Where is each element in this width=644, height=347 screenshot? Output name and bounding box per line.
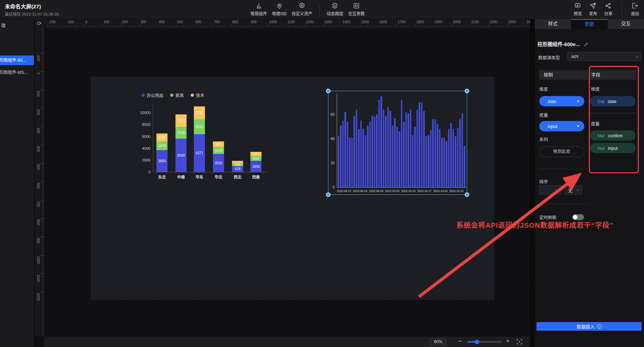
- divider: [539, 204, 588, 204]
- ruler-label: 2300: [508, 20, 516, 24]
- canvas-bottom-bar: 60% − +: [44, 336, 530, 347]
- fit-to-screen-icon[interactable]: [516, 338, 523, 345]
- zoom-out-button[interactable]: −: [458, 338, 462, 345]
- bar-value-label: 927: [216, 142, 222, 146]
- exit-icon: [631, 2, 638, 9]
- series-drop-zone[interactable]: 拖到此处: [539, 146, 584, 157]
- field-pill-measure[interactable]: Nurinput: [590, 143, 636, 153]
- resize-handle-bottom-left[interactable]: [326, 192, 330, 197]
- y-axis-tick-label: 0: [148, 170, 151, 174]
- bar: [464, 146, 465, 187]
- bar: [403, 122, 404, 187]
- tab-style[interactable]: 样式: [535, 19, 571, 29]
- draw-section-header: 绘制: [539, 70, 588, 80]
- ruler-tick: [489, 24, 489, 28]
- bar: [396, 127, 398, 187]
- selected-bar-chart-component[interactable]: 0204060 2022-09-122022-09-192022-09-2620…: [328, 91, 467, 195]
- bar: [371, 116, 373, 188]
- bar-value-label: 1479: [158, 144, 166, 148]
- share-button[interactable]: 分享: [604, 2, 612, 16]
- resize-handle-top-right[interactable]: [465, 89, 469, 93]
- layer-item-bar-chart-2[interactable]: 形图组件-bf3...: [0, 68, 34, 77]
- datasource-type-select[interactable]: API: [567, 52, 642, 61]
- field-type-tag: Nur: [598, 133, 605, 138]
- resize-handle-bottom-right[interactable]: [465, 192, 469, 197]
- config-panel: 样式 数据 交互 柱形图组件-600e... 数据源类型 API 绘制 维度 d…: [535, 19, 644, 347]
- bar: [453, 129, 454, 187]
- preview-button[interactable]: 预览: [574, 2, 582, 16]
- data-access-button[interactable]: 数据接入 ‹: [536, 322, 642, 331]
- ruler-tick: [525, 24, 526, 28]
- ruler-tick: [231, 24, 232, 28]
- bar: [428, 135, 429, 188]
- component-title: 柱形图组件-600e...: [538, 40, 589, 47]
- bar: [349, 138, 350, 188]
- x-axis-tick-label: 2022-09-12: [337, 189, 351, 193]
- page-title: 未命名大屏(27): [5, 2, 59, 10]
- bar: [444, 138, 445, 188]
- bar: [344, 112, 346, 187]
- ruler-label: 2200: [490, 20, 497, 24]
- tab-interaction[interactable]: 交互: [608, 19, 644, 29]
- ruler-tick: [397, 24, 397, 28]
- legend-label: 家具: [175, 92, 184, 98]
- tab-data[interactable]: 数据: [571, 19, 608, 29]
- zoom-slider[interactable]: [467, 341, 502, 342]
- edit-pencil-icon[interactable]: [584, 42, 589, 46]
- layer-item-bar-chart-1[interactable]: 形图组件-60...: [0, 55, 34, 65]
- bar-value-label: 3020: [215, 161, 222, 165]
- auto-refresh-toggle[interactable]: [572, 214, 584, 220]
- zoom-in-button[interactable]: +: [506, 338, 510, 345]
- bar: [376, 114, 377, 187]
- ruler-label: 1800: [416, 20, 424, 24]
- draw-measure-label: 度量: [539, 112, 548, 118]
- tool-label: 交互参数: [348, 10, 365, 16]
- sort-order-select[interactable]: 无: [564, 185, 582, 194]
- bar: [441, 138, 443, 188]
- stacked-bar-chart-component[interactable]: 办公用品家具技术 0200040006000800010000366914791…: [114, 88, 277, 189]
- resize-handle-top-left[interactable]: [326, 89, 330, 93]
- x-axis-date-labels: 2022-09-122022-09-192022-09-262022-10-03…: [337, 189, 464, 193]
- ruler-label: -100: [36, 54, 40, 61]
- measure-select[interactable]: input: [539, 121, 584, 131]
- geo-3d-button[interactable]: 地理/3D: [272, 2, 287, 16]
- paper-plane-icon: [589, 2, 596, 9]
- dimension-select[interactable]: date: [539, 96, 584, 106]
- legend-item[interactable]: 技术: [191, 92, 204, 98]
- zoom-slider-knob[interactable]: [475, 340, 479, 344]
- field-pill-measure[interactable]: Nurconfirm: [590, 130, 636, 141]
- fields-measure-label: 度量: [591, 120, 600, 127]
- bar-value-label: 2521: [196, 125, 203, 129]
- ruler-tick: [48, 24, 48, 28]
- layer-panel-edge: [34, 19, 35, 347]
- ruler-label: 1400: [343, 20, 350, 24]
- custom-assets-button[interactable]: 自定义资产: [292, 2, 312, 16]
- dimension-value: date: [548, 99, 556, 104]
- bar-value-label: 3669: [158, 159, 166, 163]
- y-axis-tick-label: 8000: [142, 122, 151, 127]
- ruler-label: -200: [49, 20, 55, 24]
- ruler-label: 600: [36, 183, 40, 189]
- ruler-tick: [41, 53, 44, 53]
- field-pill-dimension[interactable]: Datdate: [590, 96, 636, 106]
- sort-field-select[interactable]: [539, 185, 561, 194]
- ruler-corner: ⟳: [35, 19, 44, 28]
- zoom-level-input[interactable]: 60%: [430, 338, 446, 346]
- exit-button[interactable]: 退出: [631, 2, 639, 16]
- x-axis-tick-label: 2022-10-24: [433, 189, 447, 193]
- ruler-tick: [268, 24, 268, 28]
- bar-segment: 6371: [194, 134, 205, 172]
- refresh-icon[interactable]: ⟳: [37, 20, 42, 26]
- legend-item[interactable]: 办公用品: [141, 92, 163, 98]
- bar: [398, 131, 400, 187]
- share-nodes-icon: [604, 2, 612, 9]
- ruler-tick: [250, 24, 250, 28]
- common-components-button[interactable]: 常规组件: [250, 2, 267, 16]
- dynamic-layers-button[interactable]: 动态图层: [327, 2, 343, 16]
- bar: [462, 113, 463, 188]
- publish-button[interactable]: 发布: [589, 2, 597, 16]
- legend-item[interactable]: 家具: [170, 92, 184, 98]
- interaction-params-button[interactable]: 交互参数: [348, 2, 365, 16]
- bar-segment: 927: [213, 141, 224, 147]
- tool-label: 动态图层: [327, 10, 343, 16]
